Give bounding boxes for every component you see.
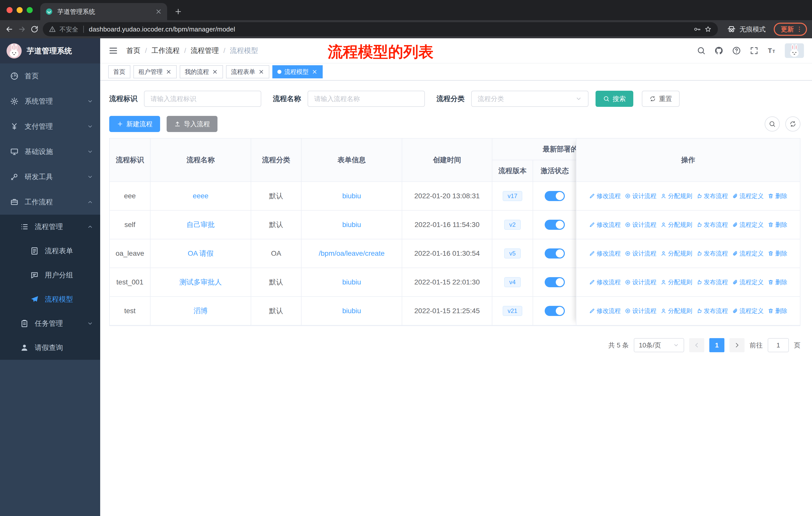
form-link[interactable]: /bpm/oa/leave/create bbox=[301, 239, 402, 268]
action-definition[interactable]: 流程定义 bbox=[732, 192, 764, 200]
browser-menu-icon[interactable] bbox=[796, 26, 803, 33]
action-delete[interactable]: 删除 bbox=[768, 221, 787, 229]
tag-close-icon[interactable] bbox=[312, 69, 318, 75]
sidebar-item-infrastructure[interactable]: 基础设施 bbox=[0, 139, 100, 164]
action-definition[interactable]: 流程定义 bbox=[732, 221, 764, 229]
action-modify[interactable]: 修改流程 bbox=[589, 307, 621, 315]
sidebar-item-devtools[interactable]: 研发工具 bbox=[0, 164, 100, 189]
fullscreen-icon[interactable] bbox=[750, 46, 759, 55]
process-name-link[interactable]: 滔博 bbox=[150, 297, 251, 326]
new-tab-button[interactable] bbox=[174, 7, 182, 16]
action-publish[interactable]: 发布流程 bbox=[696, 307, 728, 315]
toggle-search-button[interactable] bbox=[765, 116, 780, 132]
tag-close-icon[interactable] bbox=[166, 69, 172, 75]
action-design[interactable]: 设计流程 bbox=[625, 278, 657, 286]
action-modify[interactable]: 修改流程 bbox=[589, 249, 621, 257]
window-minimize-button[interactable] bbox=[17, 7, 23, 13]
action-publish[interactable]: 发布流程 bbox=[696, 192, 728, 200]
process-name-link[interactable]: 自己审批 bbox=[150, 211, 251, 239]
github-icon[interactable] bbox=[714, 46, 723, 55]
action-definition[interactable]: 流程定义 bbox=[732, 278, 764, 286]
search-button[interactable]: 搜索 bbox=[596, 91, 633, 107]
process-key-input[interactable] bbox=[144, 91, 261, 107]
form-link[interactable]: biubiu bbox=[301, 297, 402, 326]
action-design[interactable]: 设计流程 bbox=[625, 307, 657, 315]
tag-process-model[interactable]: 流程模型 bbox=[272, 65, 323, 78]
window-zoom-button[interactable] bbox=[27, 7, 33, 13]
next-page-button[interactable] bbox=[729, 338, 745, 352]
breadcrumb-item[interactable]: 工作流程 bbox=[151, 46, 180, 55]
form-link[interactable]: biubiu bbox=[301, 211, 402, 239]
action-definition[interactable]: 流程定义 bbox=[732, 307, 764, 315]
version-badge[interactable]: v17 bbox=[503, 191, 523, 201]
search-icon[interactable] bbox=[697, 46, 706, 55]
version-badge[interactable]: v2 bbox=[504, 220, 521, 230]
action-delete[interactable]: 删除 bbox=[768, 278, 787, 286]
action-delete[interactable]: 删除 bbox=[768, 249, 787, 257]
bookmark-star-icon[interactable] bbox=[704, 25, 712, 33]
version-badge[interactable]: v21 bbox=[503, 306, 523, 316]
action-assign[interactable]: 分配规则 bbox=[661, 278, 692, 286]
sidebar-item-payment[interactable]: 支付管理 bbox=[0, 114, 100, 139]
back-button[interactable] bbox=[5, 25, 13, 33]
process-name-link[interactable]: eeee bbox=[150, 182, 251, 211]
process-name-link[interactable]: OA 请假 bbox=[150, 239, 251, 268]
security-warning-icon[interactable] bbox=[49, 26, 56, 33]
sidebar-item-task-manage[interactable]: 任务管理 bbox=[0, 311, 100, 335]
action-assign[interactable]: 分配规则 bbox=[661, 307, 692, 315]
action-modify[interactable]: 修改流程 bbox=[589, 192, 621, 200]
sidebar-item-process-manage[interactable]: 流程管理 bbox=[0, 215, 100, 239]
active-toggle[interactable] bbox=[545, 220, 565, 230]
action-assign[interactable]: 分配规则 bbox=[661, 192, 692, 200]
sidebar-toggle-icon[interactable] bbox=[108, 46, 118, 56]
action-design[interactable]: 设计流程 bbox=[625, 221, 657, 229]
action-design[interactable]: 设计流程 bbox=[625, 192, 657, 200]
action-definition[interactable]: 流程定义 bbox=[732, 249, 764, 257]
form-link[interactable]: biubiu bbox=[301, 182, 402, 211]
address-bar[interactable]: 不安全 dashboard.yudao.iocoder.cn/bpm/manag… bbox=[43, 22, 718, 36]
sidebar-item-leave-query[interactable]: 请假查询 bbox=[0, 335, 100, 360]
action-delete[interactable]: 删除 bbox=[768, 192, 787, 200]
sidebar-item-system[interactable]: 系统管理 bbox=[0, 89, 100, 114]
sidebar-item-home[interactable]: 首页 bbox=[0, 63, 100, 89]
tag-process-form[interactable]: 流程表单 bbox=[226, 65, 269, 78]
breadcrumb-item[interactable]: 首页 bbox=[126, 46, 141, 55]
active-toggle[interactable] bbox=[545, 248, 565, 259]
page-size-select[interactable]: 10条/页 bbox=[634, 338, 684, 352]
window-close-button[interactable] bbox=[6, 7, 12, 13]
goto-page-input[interactable] bbox=[768, 338, 789, 352]
fontsize-icon[interactable]: TT bbox=[767, 46, 776, 55]
reset-button[interactable]: 重置 bbox=[642, 91, 679, 107]
sidebar-item-user-group[interactable]: 用户分组 bbox=[0, 263, 100, 287]
page-number-button[interactable]: 1 bbox=[709, 338, 724, 352]
process-name-link[interactable]: 测试多审批人 bbox=[150, 268, 251, 297]
active-toggle[interactable] bbox=[545, 306, 565, 316]
tag-close-icon[interactable] bbox=[212, 69, 218, 75]
tag-close-icon[interactable] bbox=[258, 69, 264, 75]
reload-button[interactable] bbox=[30, 25, 39, 33]
form-link[interactable]: biubiu bbox=[301, 268, 402, 297]
avatar[interactable] bbox=[785, 43, 804, 58]
app-logo[interactable]: 芋道管理系统 bbox=[0, 38, 100, 63]
action-delete[interactable]: 删除 bbox=[768, 307, 787, 315]
forward-button[interactable] bbox=[18, 25, 26, 33]
action-assign[interactable]: 分配规则 bbox=[661, 221, 692, 229]
prev-page-button[interactable] bbox=[689, 338, 704, 352]
create-process-button[interactable]: 新建流程 bbox=[109, 116, 160, 132]
tab-close-icon[interactable] bbox=[155, 8, 162, 15]
active-toggle[interactable] bbox=[545, 277, 565, 287]
password-manager-icon[interactable] bbox=[693, 25, 701, 33]
action-design[interactable]: 设计流程 bbox=[625, 249, 657, 257]
version-badge[interactable]: v4 bbox=[504, 277, 521, 287]
action-modify[interactable]: 修改流程 bbox=[589, 278, 621, 286]
category-select[interactable]: 流程分类 bbox=[471, 91, 588, 107]
action-publish[interactable]: 发布流程 bbox=[696, 278, 728, 286]
refresh-table-button[interactable] bbox=[785, 116, 801, 132]
action-publish[interactable]: 发布流程 bbox=[696, 249, 728, 257]
breadcrumb-item[interactable]: 流程管理 bbox=[191, 46, 219, 55]
browser-update-button[interactable]: 更新 bbox=[774, 23, 807, 36]
version-badge[interactable]: v5 bbox=[504, 248, 521, 259]
sidebar-item-process-form[interactable]: 流程表单 bbox=[0, 239, 100, 263]
action-publish[interactable]: 发布流程 bbox=[696, 221, 728, 229]
browser-tab[interactable]: 芋道管理系统 bbox=[40, 3, 167, 20]
